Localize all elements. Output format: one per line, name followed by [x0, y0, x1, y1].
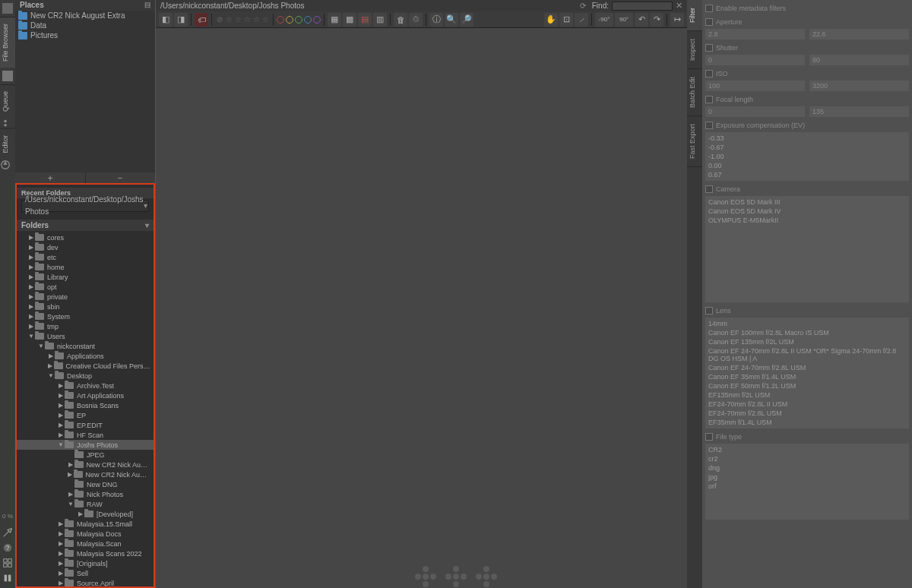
- find-input[interactable]: [612, 2, 673, 11]
- list-item[interactable]: CR2: [708, 445, 906, 454]
- list-item[interactable]: orf: [708, 482, 906, 491]
- tree-row[interactable]: ▶Library: [17, 272, 154, 282]
- expand-icon[interactable]: ▶: [57, 540, 65, 547]
- color-dot[interactable]: [277, 16, 284, 24]
- list-item[interactable]: EF24-70mm f/2.8L USM: [708, 409, 906, 418]
- list-item[interactable]: EF135mm f/2L USM: [708, 390, 906, 400]
- expand-icon[interactable]: ▶: [47, 362, 54, 369]
- list-item[interactable]: Canon EF 35mm f/1.4L USM: [708, 372, 906, 381]
- star-5[interactable]: ☆: [261, 13, 270, 27]
- tree-row[interactable]: ▶Applications: [17, 351, 154, 361]
- tree-row[interactable]: New DNG: [17, 479, 154, 489]
- expand-icon[interactable]: ▼: [27, 333, 35, 340]
- tree-row[interactable]: ▶EP: [17, 410, 154, 420]
- list-item[interactable]: -0.33: [708, 134, 906, 143]
- camera-list[interactable]: Canon EOS 5D Mark IIICanon EOS 5D Mark I…: [705, 196, 909, 302]
- list-item[interactable]: 14mm: [708, 319, 906, 328]
- tab-inspect[interactable]: Inspect: [687, 31, 702, 69]
- tree-row[interactable]: ▶Malaysia.15.Small: [17, 519, 154, 529]
- aperture-from-input[interactable]: 2.8: [705, 29, 805, 40]
- tree-row[interactable]: ▶tmp: [17, 321, 154, 331]
- folders-header[interactable]: Folders▾: [17, 220, 154, 231]
- fullscreen-icon[interactable]: [2, 558, 13, 568]
- queue-icon[interactable]: [0, 118, 11, 128]
- saved-icon[interactable]: ▤: [358, 13, 372, 27]
- rotate-left-icon[interactable]: -90°: [595, 13, 613, 27]
- camera-checkbox[interactable]: Camera: [705, 184, 909, 194]
- expand-icon[interactable]: ▶: [57, 550, 65, 557]
- expand-icon[interactable]: ▶: [27, 323, 35, 330]
- expand-icon[interactable]: ▶: [57, 412, 65, 419]
- focal-to-input[interactable]: 135: [809, 106, 909, 117]
- tree-row[interactable]: ▶Archive.Test: [17, 381, 154, 390]
- color-dot[interactable]: [304, 16, 312, 24]
- view-right-icon[interactable]: ◨: [174, 13, 188, 27]
- list-item[interactable]: Canon EF 50mm f/1.2L USM: [708, 381, 906, 390]
- expand-icon[interactable]: ▶: [27, 234, 35, 241]
- crop-icon[interactable]: ⊡: [559, 13, 573, 27]
- view-left-icon[interactable]: ◧: [159, 13, 173, 27]
- tree-row[interactable]: ▶Sell: [17, 568, 154, 578]
- tree-row[interactable]: ▶etc: [17, 252, 154, 262]
- filetype-checkbox[interactable]: File type: [705, 432, 909, 442]
- shutter-to-input[interactable]: 80: [809, 55, 909, 65]
- list-item[interactable]: OLYMPUS E-M5MarkII: [708, 216, 906, 225]
- tree-row[interactable]: ▶home: [17, 262, 154, 272]
- aperture-to-input[interactable]: 22.6: [809, 29, 909, 40]
- expand-icon[interactable]: ▶: [77, 511, 84, 517]
- send-icon[interactable]: ↦: [670, 13, 684, 27]
- exposure-checkbox[interactable]: Exposure compensation (EV): [705, 120, 909, 131]
- trash-icon[interactable]: 🗑: [394, 13, 407, 27]
- tree-row[interactable]: ▶Malaysia Scans 2022: [17, 548, 154, 558]
- expand-icon[interactable]: ▶: [27, 264, 35, 270]
- focal-checkbox[interactable]: Focal length: [705, 94, 909, 105]
- expand-icon[interactable]: ▶: [57, 392, 65, 399]
- thumbnail-grid[interactable]: [156, 28, 687, 588]
- help-icon[interactable]: ?: [2, 542, 13, 553]
- list-item[interactable]: -1.00: [708, 152, 906, 161]
- straighten-icon[interactable]: ⟋: [575, 13, 588, 27]
- add-place-button[interactable]: ＋: [15, 172, 86, 183]
- iso-checkbox[interactable]: ISO: [705, 68, 909, 79]
- iso-from-input[interactable]: 100: [705, 81, 805, 91]
- tree-row[interactable]: ▼nickconstant: [17, 341, 154, 351]
- rating-stars[interactable]: ⊘ ☆ ☆ ☆ ☆ ☆: [215, 13, 270, 27]
- list-item[interactable]: Canon EOS 5D Mark III: [708, 198, 906, 207]
- lens-checkbox[interactable]: Lens: [705, 305, 909, 316]
- tree-row[interactable]: ▶cores: [17, 232, 154, 242]
- color-dot[interactable]: [295, 16, 302, 24]
- list-item[interactable]: cr2: [708, 454, 906, 463]
- expand-icon[interactable]: ▶: [67, 471, 74, 478]
- close-icon[interactable]: ✕: [676, 1, 682, 11]
- tree-row[interactable]: ▶EP.EDIT: [17, 420, 154, 430]
- expand-icon[interactable]: ▶: [57, 560, 65, 567]
- list-item[interactable]: Canon EF 135mm f/2L USM: [708, 337, 906, 346]
- list-item[interactable]: Canon EF 100mm f/2.8L Macro IS USM: [708, 328, 906, 337]
- tree-row[interactable]: ▼Users: [17, 331, 154, 341]
- tree-row[interactable]: ▶opt: [17, 282, 154, 292]
- expand-icon[interactable]: ▶: [57, 570, 65, 577]
- expand-icon[interactable]: ▶: [27, 303, 35, 310]
- shutter-checkbox[interactable]: Shutter: [705, 43, 909, 53]
- tree-row[interactable]: ▶New CR2 Nick August: [17, 460, 154, 469]
- tree-row[interactable]: ▶Creative Cloud Files Personal …: [17, 361, 154, 371]
- tree-row[interactable]: ▶New CR2 Nick August …: [17, 469, 154, 479]
- enable-metadata-checkbox[interactable]: Enable metadata filters: [705, 3, 909, 14]
- expand-icon[interactable]: ▶: [57, 382, 65, 389]
- expand-icon[interactable]: ▶: [27, 254, 35, 261]
- expand-icon[interactable]: ▶: [57, 432, 65, 438]
- recent-folder-select[interactable]: /Users/nickconstant/Desktop/Joshs Photos…: [21, 200, 149, 212]
- redo-icon[interactable]: ↷: [650, 13, 663, 27]
- aperture-icon[interactable]: [0, 160, 11, 170]
- expand-icon[interactable]: ▶: [27, 283, 35, 290]
- expand-icon[interactable]: ▼: [57, 441, 65, 448]
- exposure-list[interactable]: -0.33-0.67-1.000.000.67: [705, 132, 909, 181]
- tab-fast-export[interactable]: Fast Export: [687, 116, 702, 167]
- expand-icon[interactable]: ▶: [57, 520, 65, 527]
- undo-icon[interactable]: ↶: [635, 13, 648, 27]
- arrow-tool-icon[interactable]: [2, 527, 13, 538]
- filetype-list[interactable]: CR2cr2dngjpgorf: [705, 444, 909, 520]
- zoom-out-icon[interactable]: 🔍: [445, 13, 458, 27]
- expand-icon[interactable]: ▶: [57, 530, 65, 537]
- list-item[interactable]: Canon EOS 5D Mark IV: [708, 207, 906, 216]
